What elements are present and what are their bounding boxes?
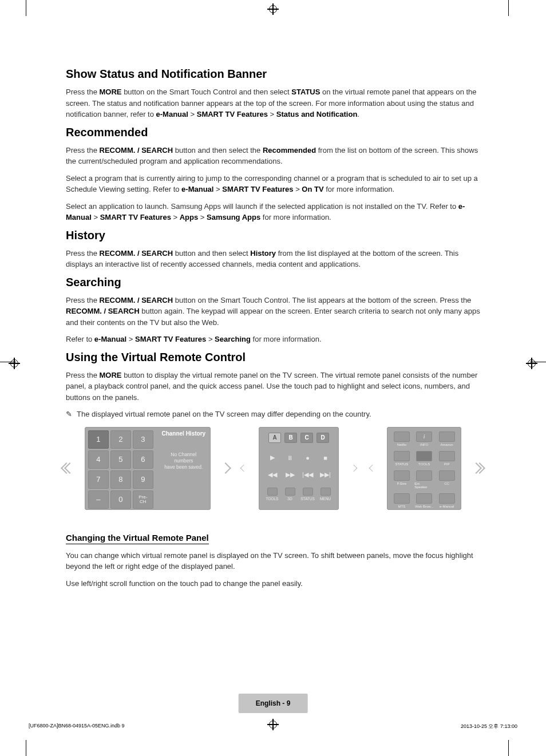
registration-mark-icon (9, 358, 20, 369)
app-cc: CC (437, 470, 457, 489)
paragraph: Press the MORE button to display the vir… (66, 370, 480, 403)
chevron-left-icon (369, 461, 377, 475)
paragraph: Press the MORE button on the Smart Touch… (66, 86, 480, 120)
chevron-right-double-icon (472, 461, 480, 475)
3d-button: 3D (282, 488, 298, 501)
app-pip: PIP (437, 451, 457, 466)
quick-access-panel: Netflix iINFO Amazon STATUS TOOLS PIP P.… (387, 427, 461, 510)
channel-history-message: No Channel numbershave been saved. (161, 452, 206, 470)
note-icon: ✎ (66, 409, 72, 420)
app-tools: TOOLS (414, 451, 434, 466)
note-text: The displayed virtual remote panel on th… (77, 409, 371, 420)
chevron-left-double-icon (66, 461, 74, 475)
crop-mark (26, 0, 26, 16)
keypad-key: – (88, 490, 109, 509)
channel-history-title: Channel History (161, 430, 205, 437)
pause-icon: ⏸ (284, 453, 296, 462)
status-button: STATUS (300, 488, 316, 501)
crop-mark (26, 740, 26, 756)
skip-forward-icon: ▶▶| (320, 470, 331, 480)
print-metadata: [UF6800-ZA]BN68-04915A-05ENG.indb 9 2013… (29, 723, 517, 730)
virtual-remote-panels: 1 2 3 4 5 6 7 8 9 – 0 Pre- CH Channel Hi… (66, 427, 480, 510)
keypad-key: 9 (133, 470, 153, 489)
keypad-key: 1 (88, 430, 109, 449)
keypad-key: 5 (110, 450, 131, 469)
color-button-d: D (316, 433, 329, 443)
number-panel: 1 2 3 4 5 6 7 8 9 – 0 Pre- CH Channel Hi… (85, 427, 211, 510)
subheading-changing-panel: Changing the Virtual Remote Panel (66, 533, 209, 544)
paragraph: You can change which virtual remote pane… (66, 550, 480, 572)
app-emanual: e-Manual (437, 493, 457, 508)
heading-searching: Searching (66, 276, 480, 289)
paragraph: Refer to e-Manual > SMART TV Features > … (66, 334, 480, 345)
keypad-key: 2 (110, 430, 131, 449)
app-info: iINFO (414, 432, 434, 446)
app-web-browser: Web Brow... (414, 493, 434, 508)
print-timestamp: 2013-10-25 오후 7:13:00 (461, 723, 517, 730)
crop-mark (508, 0, 509, 16)
fast-forward-icon: ▶▶ (284, 470, 296, 480)
keypad-key: 3 (133, 430, 153, 449)
heading-virtual-remote: Using the Virtual Remote Control (66, 351, 480, 364)
keypad-key: 6 (133, 450, 153, 469)
registration-mark-icon (267, 3, 279, 15)
registration-mark-icon (526, 358, 537, 369)
color-button-b: B (284, 433, 297, 443)
keypad-key: 0 (110, 490, 131, 509)
skip-back-icon: |◀◀ (302, 470, 314, 480)
app-amazon: Amazon (437, 432, 457, 446)
playback-panel: A B C D ▶ ⏸ ● ■ ◀◀ ▶▶ |◀◀ ▶▶| TOOLS 3D S… (259, 427, 339, 510)
crop-mark (508, 740, 509, 756)
app-mts: MTS (392, 493, 412, 508)
chevron-right-icon (221, 461, 230, 475)
keypad-key: 8 (110, 470, 131, 489)
rewind-icon: ◀◀ (267, 470, 278, 480)
paragraph: Press the RECOMM. / SEARCH button on the… (66, 295, 480, 328)
paragraph: Use left/right scroll function on the to… (66, 578, 480, 589)
print-filename: [UF6800-ZA]BN68-04915A-05ENG.indb 9 (29, 723, 125, 730)
keypad-key-prech: Pre- CH (133, 490, 153, 509)
chevron-left-icon (240, 461, 248, 475)
heading-status-banner: Show Status and Notification Banner (66, 68, 480, 81)
record-icon: ● (302, 453, 314, 462)
note: ✎ The displayed virtual remote panel on … (66, 409, 480, 420)
menu-button: MENU (318, 488, 334, 501)
paragraph: Select a program that is currently airin… (66, 173, 480, 195)
paragraph: Press the RECOMM. / SEARCH button and th… (66, 145, 480, 167)
play-icon: ▶ (267, 453, 278, 462)
chevron-right-icon (350, 461, 358, 475)
app-status: STATUS (392, 451, 412, 466)
page-number: English - 9 (239, 694, 308, 713)
stop-icon: ■ (320, 453, 331, 462)
keypad-key: 7 (88, 470, 109, 489)
heading-recommended: Recommended (66, 126, 480, 139)
color-button-c: C (300, 433, 313, 443)
paragraph: Press the RECOMM. / SEARCH button and th… (66, 248, 480, 270)
app-psize: P.Size (392, 470, 412, 489)
tools-button: TOOLS (264, 488, 280, 501)
keypad-key: 4 (88, 450, 109, 469)
paragraph: Select an application to launch. Samsung… (66, 201, 480, 223)
app-netflix: Netflix (392, 432, 412, 446)
app-ext-speaker: Ext. Speaker (414, 470, 434, 489)
color-button-a: A (268, 433, 281, 443)
heading-history: History (66, 229, 480, 242)
